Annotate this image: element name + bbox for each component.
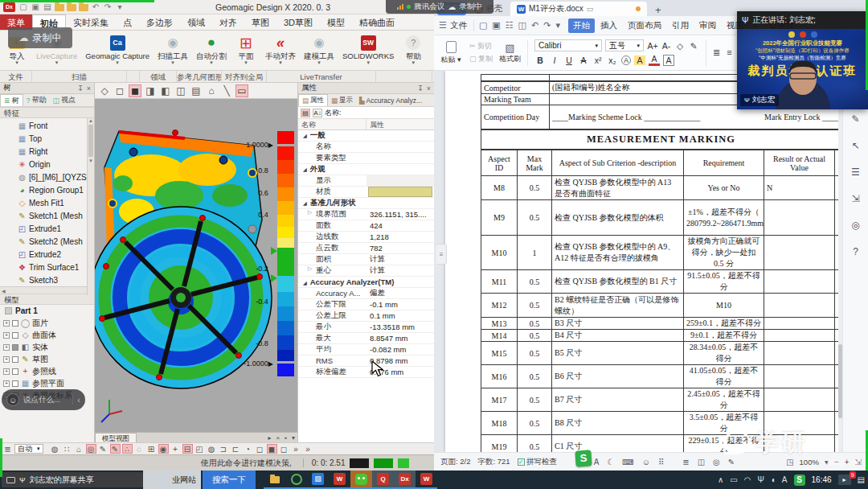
status-tool-icon[interactable]: ☾ (607, 458, 614, 466)
tree-panel-tab[interactable]: ◫视点 (50, 94, 80, 106)
quickbar-icon[interactable]: ▢ (479, 20, 487, 31)
wifi-icon[interactable]: ◠ (744, 475, 751, 484)
ime-icon[interactable]: A (782, 475, 788, 484)
expander-icon[interactable]: + (3, 344, 10, 351)
folder-icon[interactable] (264, 471, 285, 489)
visibility-toggle-icon[interactable]: ◎ (86, 444, 96, 454)
property-row[interactable]: ▷外观 (298, 164, 434, 175)
font-size-button[interactable]: A+ (647, 41, 658, 51)
wechat-icon[interactable] (350, 471, 372, 489)
tree-item[interactable]: + ◕ Region Group1 (2, 183, 94, 196)
tree-item[interactable]: + ▦ Right (2, 145, 94, 158)
visibility-toggle-icon[interactable]: » (303, 444, 313, 454)
wps-menu-tab[interactable]: 引用 (667, 18, 694, 33)
font-style-button[interactable]: A (634, 55, 645, 65)
pin-icon[interactable]: ↧ (417, 84, 424, 92)
font-style-button[interactable]: x₂ (607, 55, 618, 65)
font-style-button[interactable]: B (534, 55, 546, 65)
features-section-header[interactable]: 特征 (0, 107, 94, 118)
property-row[interactable]: ▷点云数 782 (298, 243, 434, 254)
quickbar-icon[interactable]: ◫ (518, 20, 526, 31)
ribbon-button[interactable]: SOLIDWORKS ▾ (338, 32, 398, 70)
viewport-tool-icon[interactable]: ▤ (190, 84, 203, 97)
quickbar-icon[interactable]: ☷ (506, 20, 514, 31)
design-x-icon[interactable]: Dx (394, 471, 416, 489)
zoom-level[interactable]: 100% (800, 458, 819, 466)
property-row[interactable]: ▷显示 (298, 175, 434, 187)
expander-icon[interactable]: + (3, 368, 10, 375)
sidebar-tool-icon[interactable]: ⇲ (850, 192, 862, 205)
wps-menu-tab[interactable]: 开始 (568, 18, 595, 33)
model-viewport[interactable]: ◇◻◼◨◧◫▤⌂╲▭ (95, 83, 297, 442)
part-tree-item[interactable]: + ▦ 参照平面 (0, 377, 94, 389)
visibility-toggle-icon[interactable]: ✎ (110, 444, 121, 454)
property-row[interactable]: ▷一般 (298, 130, 434, 142)
font-style-button[interactable]: A (663, 55, 674, 66)
geomagic-menu-tab[interactable]: 3D草图 (276, 14, 320, 30)
clock[interactable]: 16:46 (812, 475, 832, 484)
status-tool-icon[interactable]: A (594, 458, 600, 466)
expander-icon[interactable]: + (3, 380, 10, 387)
microphone-icon[interactable]: Ψ (757, 475, 764, 484)
property-row[interactable]: ▷边线数 1,218 (298, 232, 434, 243)
visibility-toggle-icon[interactable]: ◻ (255, 444, 265, 454)
visibility-toggle-icon[interactable]: » (291, 444, 301, 454)
font-style-button[interactable]: A (621, 55, 631, 65)
tree-item[interactable]: + ❖ Trim Surface1 (2, 261, 94, 273)
ribbon-button[interactable]: 自动分割 ▾ (192, 32, 231, 70)
emoji-icon[interactable]: ☺ (6, 393, 19, 406)
tree-item[interactable]: + ✳ Origin (2, 158, 94, 171)
status-tool-icon[interactable]: ⠿ (658, 458, 664, 466)
property-row[interactable]: ▷最大 8.8547 mm (298, 333, 434, 344)
tree-panel-tab[interactable]: ≣树 (0, 94, 23, 106)
tree-item[interactable]: + ▦ Top (2, 132, 94, 145)
screen-share-pill[interactable]: Ψ 刘志宏的屏幕共享 (2, 472, 143, 487)
meeting-video-window[interactable]: Ψ 正在讲话: 刘志宏; 2022年全国行业职业技能竞赛 “创想杯”增材制造（3… (737, 11, 868, 109)
visibility-toggle-icon[interactable]: ⊟ (182, 444, 193, 454)
property-row[interactable]: ▷平均 -0.082 mm (298, 344, 434, 355)
status-tool-icon[interactable]: ☺ (642, 458, 650, 466)
visibility-toggle-icon[interactable]: ◉ (158, 444, 169, 454)
zoom-control-icon[interactable]: ⇲ (855, 458, 862, 466)
wps-menu-tab[interactable]: 插入 (596, 18, 622, 33)
quickbar-icon[interactable]: ↶ (531, 20, 538, 31)
view-mode-icon[interactable]: ✎ (728, 458, 735, 466)
ribbon-button[interactable]: 帮助 ▾ (398, 32, 428, 70)
close-icon[interactable]: × (87, 84, 91, 92)
visibility-checkbox[interactable] (12, 332, 18, 339)
meeting-chat-overlay[interactable]: ☺ 说点什么... ‹ (2, 389, 85, 410)
app-s-icon[interactable]: S (794, 475, 805, 486)
property-row[interactable]: ▷面数 424 (298, 220, 434, 232)
word-count[interactable]: 字数: 721 (478, 457, 510, 467)
property-row[interactable]: ▷公差上限 0.1 mm (298, 310, 434, 322)
geomagic-menu-tab[interactable]: 精确曲面 (352, 14, 402, 30)
viewport-tool-icon[interactable]: ◻ (113, 84, 126, 97)
visibility-checkbox[interactable] (12, 344, 18, 351)
cut-button[interactable]: ✂ 剪切 (469, 41, 493, 51)
visibility-toggle-icon[interactable]: ◍ (207, 444, 217, 454)
tree-hscrollbar[interactable]: ◀▶ (0, 286, 94, 294)
ribbon-button[interactable]: 平面 ▾ (231, 32, 261, 70)
geomagic-menu-tab[interactable]: 领域 (180, 14, 212, 30)
properties-tab[interactable]: ▤属性 (298, 94, 328, 106)
view-tab-icon[interactable]: ▸ (265, 433, 273, 442)
quickbar-icon[interactable]: ▣ (492, 20, 500, 31)
geomagic-menu-tab[interactable]: 实时采集 (66, 14, 116, 30)
taskbar-site-button[interactable]: 业网站 (143, 471, 201, 489)
property-row[interactable]: ▷名称 (298, 142, 434, 153)
property-row[interactable]: ▷最小 -13.3518 mm (298, 322, 434, 333)
expander-icon[interactable]: + (3, 356, 10, 363)
visibility-toggle-icon[interactable]: ◻ (279, 444, 289, 454)
viewport-tool-icon[interactable]: ◫ (174, 84, 187, 97)
sidebar-tool-icon[interactable]: ☰ (850, 166, 862, 179)
zoom-control-icon[interactable]: + (845, 458, 850, 466)
viewport-tool-icon[interactable]: ▭ (235, 84, 248, 97)
property-row[interactable]: ▷Accuracy A... 偏差 (298, 288, 434, 299)
wps-menu-tab[interactable]: 页面布局 (623, 18, 666, 33)
photos-icon[interactable]: ▨ (307, 471, 329, 489)
visibility-toggle-icon[interactable]: ∷ (62, 444, 72, 454)
quick-access-icon[interactable]: ▣ (31, 2, 40, 11)
property-row[interactable]: ▷材质 (298, 187, 434, 198)
legend-range-arrow[interactable] (271, 274, 277, 282)
part-tree-item[interactable]: + ✎ 草图 (0, 353, 94, 365)
